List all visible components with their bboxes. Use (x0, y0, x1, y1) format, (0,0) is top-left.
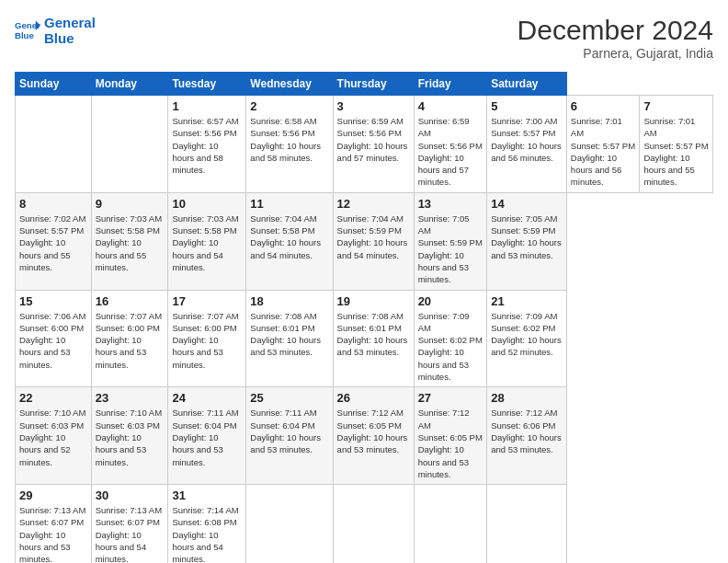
day-number: 14 (491, 197, 563, 211)
day-number: 31 (172, 488, 242, 502)
day-number: 20 (418, 294, 483, 308)
calendar-cell: 9 Sunrise: 7:03 AMSunset: 5:58 PMDayligh… (91, 192, 168, 290)
calendar-week-row: 29 Sunrise: 7:13 AMSunset: 6:07 PMDaylig… (16, 485, 713, 563)
day-number: 24 (172, 391, 242, 405)
weekday-header: Wednesday (246, 73, 333, 96)
day-info: Sunrise: 6:58 AMSunset: 5:56 PMDaylight:… (250, 116, 321, 163)
logo: General Blue General Blue (15, 15, 96, 47)
day-info: Sunrise: 7:10 AMSunset: 6:03 PMDaylight:… (19, 408, 85, 466)
calendar-cell: 10 Sunrise: 7:03 AMSunset: 5:58 PMDaylig… (168, 192, 246, 290)
calendar-cell: 14 Sunrise: 7:05 AMSunset: 5:59 PMDaylig… (487, 192, 567, 290)
day-number: 2 (250, 99, 328, 113)
calendar-table: SundayMondayTuesdayWednesdayThursdayFrid… (15, 72, 713, 563)
calendar-cell: 16 Sunrise: 7:07 AMSunset: 6:00 PMDaylig… (91, 290, 168, 387)
calendar-cell: 29 Sunrise: 7:13 AMSunset: 6:07 PMDaylig… (16, 485, 92, 563)
day-info: Sunrise: 7:03 AMSunset: 5:58 PMDaylight:… (96, 213, 162, 272)
day-info: Sunrise: 7:05 AMSunset: 5:59 PMDaylight:… (418, 213, 483, 284)
page-container: General Blue General Blue December 2024 … (0, 0, 728, 563)
day-number: 8 (19, 197, 87, 211)
calendar-cell: 19 Sunrise: 7:08 AMSunset: 6:01 PMDaylig… (333, 290, 414, 387)
day-number: 7 (643, 99, 709, 113)
calendar-cell (333, 485, 414, 563)
calendar-cell: 22 Sunrise: 7:10 AMSunset: 6:03 PMDaylig… (16, 387, 92, 485)
day-info: Sunrise: 7:08 AMSunset: 6:01 PMDaylight:… (337, 311, 408, 358)
day-number: 3 (337, 99, 410, 113)
calendar-cell: 26 Sunrise: 7:12 AMSunset: 6:05 PMDaylig… (333, 387, 414, 485)
calendar-header-row: SundayMondayTuesdayWednesdayThursdayFrid… (16, 73, 713, 96)
weekday-header: Saturday (487, 73, 567, 96)
day-number: 1 (172, 99, 242, 113)
day-info: Sunrise: 7:06 AMSunset: 6:00 PMDaylight:… (19, 311, 85, 370)
day-number: 26 (337, 391, 410, 405)
calendar-cell: 15 Sunrise: 7:06 AMSunset: 6:00 PMDaylig… (16, 290, 92, 387)
day-info: Sunrise: 6:57 AMSunset: 5:56 PMDaylight:… (172, 116, 238, 175)
calendar-cell: 24 Sunrise: 7:11 AMSunset: 6:04 PMDaylig… (168, 387, 246, 485)
logo-text: General (44, 15, 96, 30)
day-number: 27 (418, 391, 483, 405)
day-info: Sunrise: 7:11 AMSunset: 6:04 PMDaylight:… (172, 408, 238, 466)
day-info: Sunrise: 7:09 AMSunset: 6:02 PMDaylight:… (491, 311, 562, 358)
weekday-header: Thursday (333, 73, 414, 96)
day-info: Sunrise: 7:12 AMSunset: 6:06 PMDaylight:… (491, 408, 562, 454)
day-number: 16 (96, 294, 165, 308)
calendar-cell: 20 Sunrise: 7:09 AMSunset: 6:02 PMDaylig… (414, 290, 487, 387)
day-number: 13 (418, 197, 483, 211)
day-info: Sunrise: 7:04 AMSunset: 5:59 PMDaylight:… (337, 213, 408, 260)
day-info: Sunrise: 7:09 AMSunset: 6:02 PMDaylight:… (418, 311, 483, 382)
day-info: Sunrise: 7:13 AMSunset: 6:07 PMDaylight:… (96, 505, 162, 563)
day-number: 23 (96, 391, 165, 405)
day-info: Sunrise: 7:01 AMSunset: 5:57 PMDaylight:… (643, 116, 708, 187)
calendar-cell (246, 485, 333, 563)
title-block: December 2024 Parnera, Gujarat, India (518, 15, 713, 61)
calendar-cell: 21 Sunrise: 7:09 AMSunset: 6:02 PMDaylig… (487, 290, 567, 387)
calendar-week-row: 8 Sunrise: 7:02 AMSunset: 5:57 PMDayligh… (16, 192, 713, 290)
day-info: Sunrise: 7:03 AMSunset: 5:58 PMDaylight:… (172, 213, 238, 272)
day-info: Sunrise: 6:59 AMSunset: 5:56 PMDaylight:… (418, 116, 483, 187)
calendar-cell: 17 Sunrise: 7:07 AMSunset: 6:00 PMDaylig… (168, 290, 246, 387)
day-number: 15 (19, 294, 87, 308)
day-info: Sunrise: 7:12 AMSunset: 6:05 PMDaylight:… (337, 408, 408, 454)
month-title: December 2024 (518, 15, 713, 46)
day-number: 29 (19, 488, 87, 502)
day-info: Sunrise: 7:07 AMSunset: 6:00 PMDaylight:… (96, 311, 162, 370)
day-number: 30 (96, 488, 165, 502)
calendar-cell: 30 Sunrise: 7:13 AMSunset: 6:07 PMDaylig… (91, 485, 168, 563)
day-info: Sunrise: 7:00 AMSunset: 5:57 PMDaylight:… (491, 116, 562, 163)
day-number: 21 (491, 294, 563, 308)
day-number: 6 (571, 99, 636, 113)
day-number: 5 (491, 99, 563, 113)
calendar-cell: 27 Sunrise: 7:12 AMSunset: 6:05 PMDaylig… (414, 387, 487, 485)
calendar-week-row: 22 Sunrise: 7:10 AMSunset: 6:03 PMDaylig… (16, 387, 713, 485)
calendar-cell-empty (91, 96, 168, 193)
calendar-cell: 12 Sunrise: 7:04 AMSunset: 5:59 PMDaylig… (333, 192, 414, 290)
day-number: 25 (250, 391, 328, 405)
calendar-cell: 5 Sunrise: 7:00 AMSunset: 5:57 PMDayligh… (487, 96, 567, 193)
day-number: 17 (172, 294, 242, 308)
calendar-cell: 31 Sunrise: 7:14 AMSunset: 6:08 PMDaylig… (168, 485, 246, 563)
day-number: 9 (96, 197, 165, 211)
weekday-header: Tuesday (168, 73, 246, 96)
day-number: 4 (418, 99, 483, 113)
calendar-cell: 18 Sunrise: 7:08 AMSunset: 6:01 PMDaylig… (246, 290, 333, 387)
day-number: 11 (250, 197, 328, 211)
page-header: General Blue General Blue December 2024 … (15, 15, 713, 61)
calendar-cell: 2 Sunrise: 6:58 AMSunset: 5:56 PMDayligh… (246, 96, 333, 193)
day-number: 19 (337, 294, 410, 308)
day-info: Sunrise: 7:10 AMSunset: 6:03 PMDaylight:… (96, 408, 162, 466)
calendar-cell: 13 Sunrise: 7:05 AMSunset: 5:59 PMDaylig… (414, 192, 487, 290)
day-info: Sunrise: 7:11 AMSunset: 6:04 PMDaylight:… (250, 408, 321, 454)
calendar-cell: 3 Sunrise: 6:59 AMSunset: 5:56 PMDayligh… (333, 96, 414, 193)
calendar-week-row: 15 Sunrise: 7:06 AMSunset: 6:00 PMDaylig… (16, 290, 713, 387)
day-info: Sunrise: 7:04 AMSunset: 5:58 PMDaylight:… (250, 213, 321, 260)
day-number: 18 (250, 294, 328, 308)
calendar-week-row: 1 Sunrise: 6:57 AMSunset: 5:56 PMDayligh… (16, 96, 713, 193)
logo-subtext: Blue (44, 30, 96, 46)
calendar-cell: 1 Sunrise: 6:57 AMSunset: 5:56 PMDayligh… (168, 96, 246, 193)
day-info: Sunrise: 7:12 AMSunset: 6:05 PMDaylight:… (418, 408, 483, 478)
calendar-cell: 28 Sunrise: 7:12 AMSunset: 6:06 PMDaylig… (487, 387, 567, 485)
day-info: Sunrise: 7:08 AMSunset: 6:01 PMDaylight:… (250, 311, 321, 358)
day-number: 12 (337, 197, 410, 211)
calendar-cell (414, 485, 487, 563)
day-number: 10 (172, 197, 242, 211)
day-info: Sunrise: 7:01 AMSunset: 5:57 PMDaylight:… (571, 116, 635, 187)
